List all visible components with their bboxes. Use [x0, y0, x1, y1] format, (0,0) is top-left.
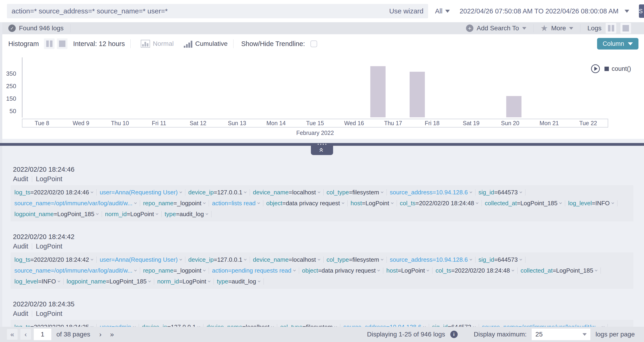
chevron-down-icon	[445, 10, 450, 13]
first-page-button[interactable]: «	[7, 329, 18, 340]
divider	[211, 211, 212, 217]
use-wizard-link[interactable]: Use wizard	[389, 7, 424, 15]
histogram-bar[interactable]	[506, 96, 522, 117]
histogram-bar[interactable]	[410, 72, 425, 117]
cumulative-mode-button[interactable]: Cumulative	[184, 40, 228, 48]
histogram-split-view-icon[interactable]	[44, 39, 54, 49]
log-field-chip[interactable]: source_name=/opt/immune/var/log/audit/w.…	[14, 265, 137, 276]
logs-label: Logs	[587, 25, 602, 32]
log-field-chip[interactable]: device_name=localhost	[253, 187, 320, 198]
search-query-text[interactable]: action=* source_address=* source_name=* …	[12, 7, 389, 15]
log-field-chip[interactable]: logpoint_name=LogPoint_185	[14, 209, 99, 220]
histogram-full-view-icon[interactable]	[57, 39, 68, 49]
log-field-chip[interactable]: user=Anna(Requesting User)	[100, 254, 182, 265]
divider	[263, 200, 263, 206]
time-range-dropdown[interactable]: 2022/04/26 07:50:08 AM TO 2022/04/26 08:…	[460, 8, 629, 15]
divider	[140, 200, 140, 206]
chevron-down-icon	[470, 190, 472, 193]
chevron-down-icon	[559, 201, 562, 204]
log-field-chip[interactable]: log_ts=2022/02/20 18:24:46	[14, 187, 94, 198]
chevron-down-icon	[58, 279, 60, 282]
log-field-chip[interactable]: source_address=10.94.128.6	[390, 187, 472, 198]
trendline-label: Show/Hide Trendline:	[241, 40, 305, 48]
log-field-chip[interactable]: source_name=/opt/immune/var/log/audit/w.…	[14, 198, 137, 209]
histogram-chart: 50150250350 Tue 8Wed 9Thu 10Fri 11Sat 12…	[0, 53, 644, 139]
search-button[interactable]: SEARCH	[639, 5, 644, 18]
log-collector-tag: LogPoint	[36, 310, 62, 317]
x-tick-label: Wed 16	[334, 119, 374, 127]
divider	[525, 189, 526, 196]
plot-area	[22, 53, 608, 117]
log-field-chip[interactable]: logpoint_name=LogPoint_185	[66, 276, 151, 287]
log-field-chip[interactable]: object=data privacy request	[302, 265, 380, 276]
log-field-chip[interactable]: device_ip=127.0.0.1	[188, 187, 247, 198]
displaying-range-label: Displaying 1-25 of 946 logs	[367, 331, 445, 338]
page-number-input[interactable]	[34, 328, 51, 340]
play-circle-icon[interactable]	[591, 64, 600, 73]
more-label: More	[551, 25, 566, 32]
prev-page-button[interactable]: ‹	[20, 329, 31, 340]
next-page-button[interactable]: ›	[96, 329, 105, 340]
chevron-down-icon	[628, 42, 633, 45]
cumulative-chart-icon	[184, 40, 192, 48]
log-field-chip[interactable]: sig_id=644573	[478, 254, 522, 265]
chevron-down-icon	[595, 269, 598, 271]
log-field-chip[interactable]: log_ts=2022/02/20 18:24:42	[14, 254, 94, 265]
log-field-chip[interactable]: collected_at=LogPoint_185	[485, 198, 562, 209]
log-field-chip[interactable]: action=pending requests read	[212, 265, 296, 276]
log-field-chip[interactable]: device_name=localhost	[253, 254, 320, 265]
chevron-down-icon	[381, 190, 384, 193]
grid-view-icon[interactable]	[620, 23, 631, 34]
log-field-chip[interactable]: collected_at=LogPoint_185	[520, 265, 598, 276]
log-field-chip[interactable]: object=data privacy request	[266, 198, 344, 209]
divider	[525, 257, 526, 263]
divider	[185, 257, 186, 263]
histogram-bar[interactable]	[370, 66, 386, 117]
display-maximum-select[interactable]: 25	[532, 328, 590, 340]
chevron-down-icon	[427, 269, 429, 271]
divider	[63, 278, 64, 285]
log-field-chip[interactable]: norm_id=LogPoint	[105, 209, 158, 220]
log-field-chip[interactable]: log_level=INFO	[568, 198, 614, 209]
log-field-chip[interactable]: action=lists read	[212, 198, 260, 209]
column-view-icon[interactable]	[606, 23, 616, 34]
repo-scope-dropdown[interactable]: All	[435, 8, 450, 15]
log-field-chip[interactable]: host=LogPoint	[351, 198, 394, 209]
log-field-chip[interactable]: log_level=INFO	[14, 276, 60, 287]
log-collector-tag: LogPoint	[36, 175, 62, 183]
add-search-to-label: Add Search To	[477, 25, 519, 32]
plus-circle-icon: +	[466, 25, 474, 32]
x-tick-label: Sat 12	[178, 119, 218, 127]
divider	[209, 200, 209, 206]
log-field-chip[interactable]: col_ts=2022/02/20 18:24:48	[400, 198, 479, 209]
last-page-button[interactable]: »	[107, 329, 116, 340]
collapse-histogram-button[interactable]: «	[311, 146, 333, 155]
log-field-chip[interactable]: user=Anna(Requesting User)	[100, 187, 182, 198]
log-field-chip[interactable]: source_address=10.94.128.6	[390, 254, 472, 265]
log-field-chip[interactable]: sig_id=644573	[478, 187, 522, 198]
log-field-chip[interactable]: device_ip=127.0.0.1	[188, 254, 247, 265]
divider	[32, 176, 32, 182]
trendline-checkbox[interactable]	[310, 41, 317, 47]
search-input[interactable]: action=* source_address=* source_name=* …	[7, 4, 428, 18]
log-field-chip[interactable]: col_ts=2022/02/20 18:24:48	[436, 265, 514, 276]
normal-mode-button[interactable]: Normal	[141, 40, 174, 48]
panel-divider[interactable]: «	[0, 143, 644, 146]
log-field-chip[interactable]: type=audit_log	[164, 209, 208, 220]
log-field-chip[interactable]: repo_name=_logpoint	[143, 198, 206, 209]
divider	[130, 39, 130, 48]
x-tick-label: Thu 10	[100, 119, 140, 127]
add-search-to-dropdown[interactable]: + Add Search To	[459, 24, 533, 32]
log-source-tag: Audit	[13, 242, 28, 250]
info-icon[interactable]: i	[450, 331, 458, 338]
log-field-chip[interactable]: col_type=filesystem	[326, 254, 384, 265]
chart-type-dropdown[interactable]: Column	[597, 38, 638, 50]
more-dropdown[interactable]: ★ More	[533, 24, 580, 32]
divider	[32, 243, 32, 250]
log-field-chip[interactable]: repo_name=_logpoint	[143, 265, 206, 276]
log-field-chip[interactable]: host=LogPoint	[386, 265, 429, 276]
log-field-chip[interactable]: norm_id=LogPoint	[157, 276, 210, 287]
log-field-chip[interactable]: col_type=filesystem	[326, 187, 384, 198]
log-field-chip[interactable]: type=audit_log	[217, 276, 260, 287]
divider	[386, 189, 387, 196]
